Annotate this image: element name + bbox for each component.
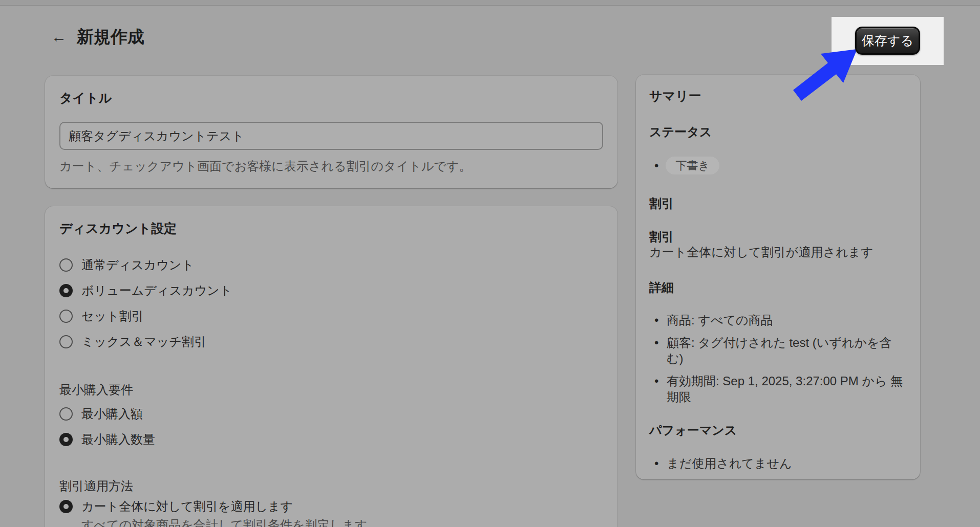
radio-icon[interactable] [59, 335, 73, 348]
radio-icon[interactable] [59, 407, 73, 421]
performance-list: まだ使用されてません [654, 455, 907, 471]
save-button[interactable]: 保存する [855, 27, 920, 55]
radio-option-set-discount[interactable]: セット割引 [59, 303, 603, 329]
summary-heading: サマリー [649, 88, 907, 103]
back-arrow-icon[interactable]: ← [51, 27, 67, 47]
list-item: 有効期間: Sep 1, 2025, 3:27:00 PM から 無期限 [654, 373, 907, 405]
min-purchase-label: 最小購入要件 [59, 382, 603, 398]
title-card: タイトル カート、チェックアウト画面でお客様に表示される割引のタイトルです。 [45, 76, 617, 188]
settings-card-heading: ディスカウント設定 [59, 221, 603, 236]
status-row: • 下書き [654, 157, 907, 174]
radio-option-min-amount[interactable]: 最小購入額 [59, 401, 603, 427]
discount-type-group: 通常ディスカウント ボリュームディスカウント セット割引 ミックス＆マッチ割引 [59, 252, 603, 355]
bullet-icon: • [654, 159, 658, 173]
list-item: まだ使用されてません [654, 455, 907, 471]
status-badge: 下書き [666, 157, 719, 174]
details-list: 商品: すべての商品 顧客: タグ付けされた test (いずれかを含む) 有効… [654, 312, 907, 405]
discount-settings-card: ディスカウント設定 通常ディスカウント ボリュームディスカウント セット割引 ミ… [45, 206, 617, 527]
radio-option-mix-match-discount[interactable]: ミックス＆マッチ割引 [59, 329, 603, 355]
radio-icon[interactable] [59, 310, 73, 323]
radio-selected-icon[interactable] [59, 433, 73, 446]
discount-title-input[interactable] [59, 122, 603, 150]
status-heading: ステータス [649, 124, 907, 140]
discount-summary-block: 割引 カート全体に対して割引が適用されます [649, 229, 907, 260]
discount-sub-heading: 割引 [649, 229, 907, 245]
radio-option-min-quantity[interactable]: 最小購入数量 [59, 427, 603, 452]
performance-heading: パフォーマンス [649, 423, 907, 438]
apply-method-group: カート全体に対して割引を適用します すべての対象商品を合計して割引条件を判定しま… [59, 494, 603, 527]
radio-option-normal-discount[interactable]: 通常ディスカウント [59, 252, 603, 278]
top-divider [0, 0, 980, 6]
radio-option-volume-discount[interactable]: ボリュームディスカウント [59, 278, 603, 303]
title-card-heading: タイトル [59, 90, 603, 105]
details-heading: 詳細 [649, 280, 907, 295]
page-title: 新規作成 [77, 27, 144, 47]
discount-section-heading: 割引 [649, 196, 907, 211]
list-item: 商品: すべての商品 [654, 312, 907, 328]
page-header: ← 新規作成 [51, 27, 144, 47]
apply-method-label: 割引適用方法 [59, 478, 603, 494]
radio-selected-icon[interactable] [59, 500, 73, 513]
apply-method-helper-text: すべての対象商品を合計して割引条件を判定します [81, 517, 603, 527]
list-item: 顧客: タグ付けされた test (いずれかを含む) [654, 335, 907, 366]
title-helper-text: カート、チェックアウト画面でお客様に表示される割引のタイトルです。 [59, 159, 603, 174]
summary-card: サマリー ステータス • 下書き 割引 割引 カート全体に対して割引が適用されま… [636, 75, 920, 479]
radio-selected-icon[interactable] [59, 284, 73, 297]
discount-description: カート全体に対して割引が適用されます [649, 245, 907, 260]
min-purchase-group: 最小購入額 最小購入数量 [59, 401, 603, 452]
radio-icon[interactable] [59, 258, 73, 272]
radio-option-apply-whole-cart[interactable]: カート全体に対して割引を適用します [59, 494, 603, 519]
